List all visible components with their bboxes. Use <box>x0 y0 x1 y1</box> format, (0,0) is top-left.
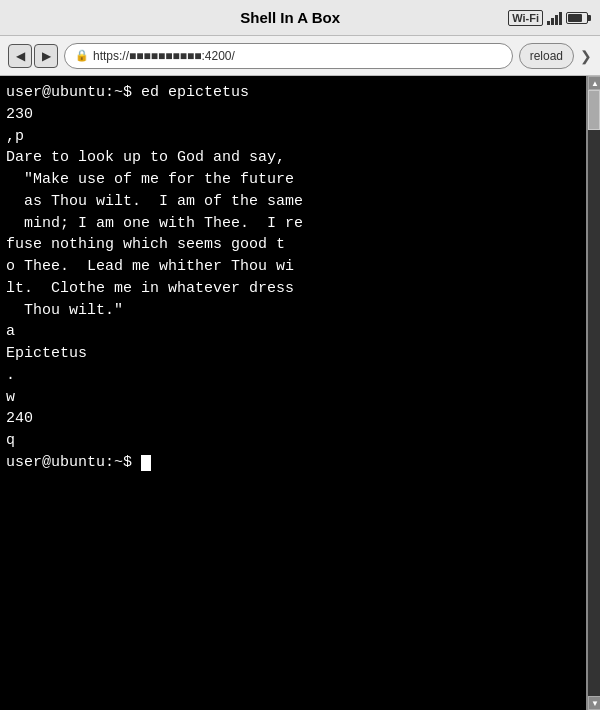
scroll-up-arrow[interactable]: ▲ <box>588 76 600 90</box>
nav-bar: ◀ ▶ 🔒 https://■■■■■■■■■■:4200/ reload ❯ <box>0 36 600 76</box>
back-button[interactable]: ◀ <box>8 44 32 68</box>
terminal-output[interactable]: user@ubuntu:~$ ed epictetus 230 ,p Dare … <box>0 76 586 710</box>
signal-bars-icon <box>547 11 562 25</box>
terminal-cursor <box>141 455 151 471</box>
nav-buttons-group: ◀ ▶ <box>8 44 58 68</box>
scrollbar-track[interactable] <box>588 90 600 696</box>
lock-icon: 🔒 <box>75 49 89 62</box>
scroll-down-arrow[interactable]: ▼ <box>588 696 600 710</box>
forward-button[interactable]: ▶ <box>34 44 58 68</box>
battery-icon <box>566 12 588 24</box>
scrollbar-thumb[interactable] <box>588 90 600 130</box>
wifi-icon: Wi-Fi <box>508 10 543 26</box>
status-bar: Shell In A Box Wi-Fi <box>0 0 600 36</box>
app-title: Shell In A Box <box>72 9 508 26</box>
terminal-wrapper: user@ubuntu:~$ ed epictetus 230 ,p Dare … <box>0 76 600 710</box>
url-bar[interactable]: 🔒 https://■■■■■■■■■■:4200/ <box>64 43 513 69</box>
nav-more-icon[interactable]: ❯ <box>580 48 592 64</box>
url-text: https://■■■■■■■■■■:4200/ <box>93 49 235 63</box>
status-icons: Wi-Fi <box>508 10 588 26</box>
scrollbar[interactable]: ▲ ▼ <box>586 76 600 710</box>
reload-button[interactable]: reload <box>519 43 574 69</box>
